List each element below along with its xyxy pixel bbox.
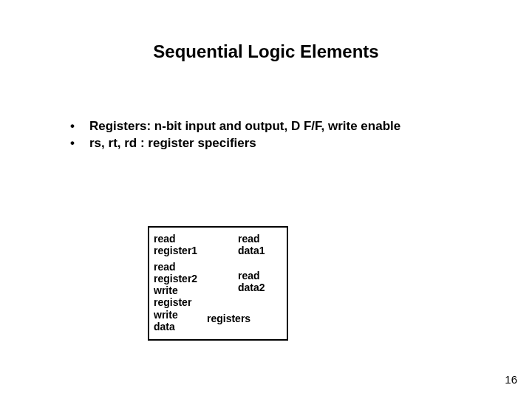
bullet-text: rs, rt, rd : register specifiers — [89, 135, 256, 152]
page-number: 16 — [505, 373, 517, 386]
label-write-data: writedata — [154, 310, 178, 332]
label-read-register2: readregister2 — [154, 262, 197, 284]
bullet-glyph: • — [70, 118, 89, 135]
bullet-text: Registers: n-bit input and output, D F/F… — [89, 118, 400, 135]
label-read-data1: readdata1 — [238, 233, 265, 256]
bullet-item: • Registers: n-bit input and output, D F… — [70, 118, 400, 135]
bullet-list: • Registers: n-bit input and output, D F… — [70, 118, 400, 152]
register-file-diagram: readregister1 readregister2 writeregiste… — [148, 226, 288, 341]
page-title: Sequential Logic Elements — [0, 41, 532, 62]
bullet-glyph: • — [70, 135, 89, 152]
label-registers: registers — [207, 313, 250, 325]
label-read-register1: readregister1 — [154, 233, 197, 256]
bullet-item: • rs, rt, rd : register specifiers — [70, 135, 400, 152]
label-read-data2: readdata2 — [238, 270, 265, 293]
label-write-register: writeregister — [154, 285, 191, 308]
